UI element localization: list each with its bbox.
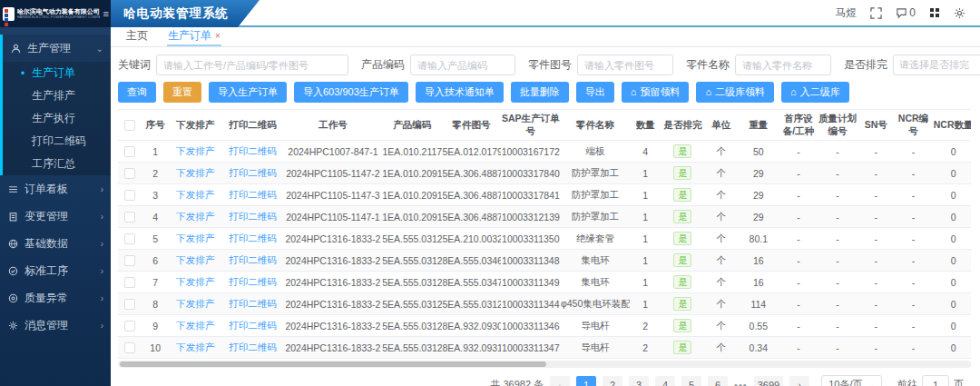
print-qrcode-link[interactable]: 打印二维码 <box>229 341 277 352</box>
goto-page-input[interactable] <box>922 375 949 386</box>
cell-part: 8EA.932.0931 <box>442 337 500 359</box>
more-pages-icon[interactable]: ••• <box>734 380 748 386</box>
gear-icon[interactable] <box>954 7 965 19</box>
cell-seq: 4 <box>142 206 169 228</box>
sidebar-menu-标准工序[interactable]: 标准工序› <box>0 257 111 284</box>
dispatch-link[interactable]: 下发排产 <box>176 254 214 265</box>
sidebar-menu-订单看板[interactable]: 订单看板› <box>0 175 111 203</box>
dispatch-link[interactable]: 下发排产 <box>176 298 214 309</box>
dispatch-link[interactable]: 下发排产 <box>176 145 214 156</box>
cell-weight: 29 <box>738 163 779 184</box>
button-入二级库[interactable]: ⌂入二级库 <box>781 82 849 103</box>
sidebar-item-生产订单[interactable]: •生产订单 <box>3 62 111 84</box>
print-qrcode-link[interactable]: 打印二维码 <box>229 298 277 309</box>
cell-name: 端板 <box>561 141 630 163</box>
horizontal-scrollbar[interactable] <box>118 361 971 368</box>
dispatch-link[interactable]: 下发排产 <box>176 211 214 222</box>
row-checkbox[interactable] <box>124 342 135 353</box>
cell-job: 2024HPC1105-1147-2 <box>284 163 382 184</box>
sidebar-menu-消息管理[interactable]: 消息管理› <box>0 312 111 339</box>
row-checkbox[interactable] <box>124 212 135 223</box>
sidebar-item-工序汇总[interactable]: 工序汇总 <box>3 153 111 175</box>
print-qrcode-link[interactable]: 打印二维码 <box>229 254 277 265</box>
dispatch-link[interactable]: 下发排产 <box>176 233 214 243</box>
column-header-SN号: SN号 <box>858 110 894 141</box>
sidebar-item-生产执行[interactable]: 生产执行 <box>3 107 111 130</box>
dispatch-link[interactable]: 下发排产 <box>176 167 214 178</box>
close-icon[interactable]: × <box>215 31 220 41</box>
cell-plan: - <box>818 337 858 359</box>
cell-plan: - <box>818 250 858 272</box>
chevron-right-icon: › <box>101 239 103 249</box>
page-size-select[interactable]: 10条/页⌄ <box>821 375 882 386</box>
sidebar-menu-质量异常[interactable]: 质量异常› <box>0 284 111 312</box>
column-header-是否排完: 是否排完 <box>661 110 704 141</box>
page-button-3[interactable]: 3 <box>629 376 649 386</box>
row-checkbox[interactable] <box>124 299 135 310</box>
cell-part: 5EA.555.0312 <box>442 293 500 315</box>
username[interactable]: 马煜 <box>835 5 857 21</box>
row-checkbox[interactable] <box>124 321 135 332</box>
row-checkbox[interactable] <box>124 277 135 288</box>
filter-input-零件名称[interactable] <box>735 54 831 75</box>
row-checkbox[interactable] <box>124 255 135 266</box>
page-button-6[interactable]: 6 <box>708 376 728 386</box>
cell-plan: - <box>818 228 858 250</box>
dispatch-link[interactable]: 下发排产 <box>176 320 214 331</box>
sidebar-menu-生产管理[interactable]: 生产管理⌄ <box>3 35 111 62</box>
dispatch-link[interactable]: 下发排产 <box>176 341 214 352</box>
filter-select-是否排完[interactable]: 请选择是否排完⌄ <box>893 54 980 75</box>
button-导入技术通知单[interactable]: 导入技术通知单 <box>416 82 504 103</box>
cell-qty: 1 <box>630 184 661 206</box>
print-qrcode-link[interactable]: 打印二维码 <box>229 276 277 287</box>
button-导出[interactable]: 导出 <box>576 82 614 103</box>
scrollbar-thumb[interactable] <box>120 361 546 367</box>
tab-主页[interactable]: 主页 <box>125 27 149 46</box>
cell-unit: 个 <box>705 272 738 293</box>
cell-job: 2024HPC1007-847-1 <box>284 141 382 163</box>
fullscreen-icon[interactable] <box>870 7 882 19</box>
print-qrcode-link[interactable]: 打印二维码 <box>229 320 277 331</box>
button-导入生产订单[interactable]: 导入生产订单 <box>209 82 287 103</box>
filter-input-产品编码[interactable] <box>410 54 515 75</box>
button-查询[interactable]: 查询 <box>118 82 156 103</box>
prev-page-button[interactable]: ‹ <box>550 376 570 386</box>
print-qrcode-link[interactable]: 打印二维码 <box>229 167 277 178</box>
change-icon <box>7 212 18 222</box>
filter-input-关键词[interactable] <box>156 54 348 75</box>
message-icon[interactable]: 0 <box>896 6 916 19</box>
print-qrcode-link[interactable]: 打印二维码 <box>229 145 277 156</box>
sidebar-menu-变更管理[interactable]: 变更管理› <box>0 203 111 230</box>
button-二级库领料[interactable]: ⌂二级库领料 <box>696 82 774 103</box>
dispatch-link[interactable]: 下发排产 <box>176 189 214 200</box>
cell-weight: 16 <box>738 272 779 293</box>
row-checkbox[interactable] <box>124 168 135 179</box>
grid-icon[interactable] <box>929 7 940 18</box>
print-qrcode-link[interactable]: 打印二维码 <box>229 211 277 222</box>
sidebar-menu-基础数据[interactable]: 基础数据› <box>0 230 111 257</box>
button-重置[interactable]: 重置 <box>163 82 201 103</box>
next-page-button[interactable]: › <box>789 376 809 386</box>
sidebar-item-生产排产[interactable]: 生产排产 <box>3 84 111 107</box>
row-checkbox[interactable] <box>124 190 135 201</box>
collapse-sidebar-icon[interactable]: ≡ <box>103 8 108 19</box>
dispatch-link[interactable]: 下发排产 <box>176 276 214 287</box>
button-预留领料[interactable]: ⌂预留领料 <box>622 82 690 103</box>
page-button-1[interactable]: 1 <box>576 376 596 386</box>
print-qrcode-link[interactable]: 打印二维码 <box>229 233 277 243</box>
page-button-5[interactable]: 5 <box>681 376 701 386</box>
row-checkbox[interactable] <box>124 233 135 244</box>
page-button-4[interactable]: 4 <box>655 376 675 386</box>
page-button-2[interactable]: 2 <box>603 376 622 386</box>
filter-input-零件图号[interactable] <box>577 54 673 75</box>
button-批量删除[interactable]: 批量删除 <box>511 82 569 103</box>
button-导入603/903生产订单[interactable]: 导入603/903生产订单 <box>294 82 408 103</box>
select-all-checkbox[interactable] <box>124 120 135 131</box>
tab-生产订单[interactable]: 生产订单× <box>167 27 221 46</box>
print-qrcode-link[interactable]: 打印二维码 <box>229 189 277 200</box>
sidebar-item-打印二维码[interactable]: 打印二维码 <box>3 130 111 153</box>
cell-job: 2024HPC1316-1833-2 <box>284 315 382 337</box>
row-checkbox[interactable] <box>124 146 135 157</box>
page-button-3699[interactable]: 3699 <box>754 376 783 386</box>
cell-ncr: - <box>894 293 932 315</box>
